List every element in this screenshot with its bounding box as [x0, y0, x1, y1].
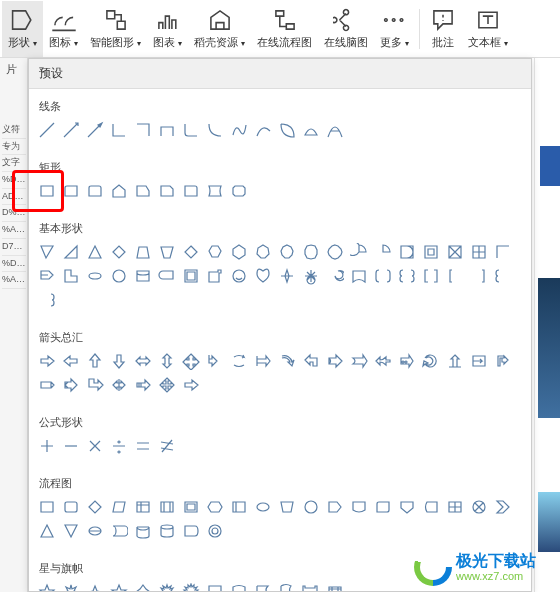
shape-basic-40[interactable] [37, 290, 57, 310]
shape-arrows-21[interactable] [61, 375, 81, 395]
shape-basic-22[interactable] [85, 266, 105, 286]
toolbar-textbox-button[interactable]: 文本框 ▾ [462, 1, 514, 57]
shape-arrows-24[interactable] [133, 375, 153, 395]
shape-basic-25[interactable] [157, 266, 177, 286]
shape-flow-7[interactable] [205, 497, 225, 517]
shape-arrows-2[interactable] [85, 351, 105, 371]
shape-arrows-15[interactable] [397, 351, 417, 371]
shape-arrows-13[interactable] [349, 351, 369, 371]
shape-lines-11[interactable] [301, 120, 321, 140]
shape-formula-4[interactable] [133, 436, 153, 456]
shape-basic-17[interactable] [445, 242, 465, 262]
shape-lines-0[interactable] [37, 120, 57, 140]
shape-basic-21[interactable] [61, 266, 81, 286]
shape-arrows-17[interactable] [445, 351, 465, 371]
shape-arrows-16[interactable] [421, 351, 441, 371]
shape-rect-1[interactable] [61, 181, 81, 201]
shape-stars-5[interactable] [157, 582, 177, 592]
shape-flow-15[interactable] [397, 497, 417, 517]
shape-stars-7[interactable] [205, 582, 225, 592]
shape-basic-19[interactable] [493, 242, 513, 262]
shape-arrows-5[interactable] [157, 351, 177, 371]
shape-flow-24[interactable] [133, 521, 153, 541]
shape-lines-1[interactable] [61, 120, 81, 140]
shape-arrows-20[interactable] [37, 375, 57, 395]
shape-flow-3[interactable] [109, 497, 129, 517]
shape-arrows-3[interactable] [109, 351, 129, 371]
shape-lines-2[interactable] [85, 120, 105, 140]
shape-flow-0[interactable] [37, 497, 57, 517]
shape-rect-5[interactable] [157, 181, 177, 201]
shape-arrows-1[interactable] [61, 351, 81, 371]
shape-formula-2[interactable] [85, 436, 105, 456]
shape-flow-14[interactable] [373, 497, 393, 517]
shape-lines-7[interactable] [205, 120, 225, 140]
shape-basic-29[interactable] [253, 266, 273, 286]
shape-arrows-14[interactable] [373, 351, 393, 371]
toolbar-smart-button[interactable]: 智能图形 ▾ [84, 1, 147, 57]
shape-arrows-6[interactable] [181, 351, 201, 371]
toolbar-annotate-button[interactable]: 批注 [424, 1, 462, 57]
shape-basic-38[interactable] [469, 266, 489, 286]
shape-arrows-4[interactable] [133, 351, 153, 371]
shape-basic-12[interactable] [325, 242, 345, 262]
shape-flow-27[interactable] [205, 521, 225, 541]
shape-lines-5[interactable] [157, 120, 177, 140]
shape-basic-4[interactable] [133, 242, 153, 262]
toolbar-shape-button[interactable]: 形状 ▾ [2, 1, 43, 57]
shape-stars-8[interactable] [229, 582, 249, 592]
shape-basic-6[interactable] [181, 242, 201, 262]
shape-basic-39[interactable] [493, 266, 513, 286]
shape-formula-0[interactable] [37, 436, 57, 456]
shape-lines-9[interactable] [253, 120, 273, 140]
shape-stars-12[interactable] [325, 582, 345, 592]
shape-flow-23[interactable] [109, 521, 129, 541]
toolbar-flowchart-button[interactable]: 在线流程图 [251, 1, 318, 57]
shape-basic-13[interactable] [349, 242, 369, 262]
shape-rect-0[interactable] [37, 181, 57, 201]
shape-stars-1[interactable] [61, 582, 81, 592]
shape-arrows-26[interactable] [181, 375, 201, 395]
shape-arrows-19[interactable] [493, 351, 513, 371]
shape-arrows-22[interactable] [85, 375, 105, 395]
shape-arrows-8[interactable] [229, 351, 249, 371]
shape-basic-16[interactable] [421, 242, 441, 262]
shape-stars-9[interactable] [253, 582, 273, 592]
shape-flow-19[interactable] [493, 497, 513, 517]
shape-rect-2[interactable] [85, 181, 105, 201]
shape-basic-9[interactable] [253, 242, 273, 262]
shape-rect-8[interactable] [229, 181, 249, 201]
shape-flow-18[interactable] [469, 497, 489, 517]
shape-flow-20[interactable] [37, 521, 57, 541]
shape-formula-1[interactable] [61, 436, 81, 456]
shape-basic-33[interactable] [349, 266, 369, 286]
sidebar-tab[interactable]: 片 [0, 58, 27, 81]
shape-basic-10[interactable] [277, 242, 297, 262]
shape-basic-28[interactable] [229, 266, 249, 286]
shape-basic-2[interactable] [85, 242, 105, 262]
toolbar-resource-button[interactable]: 稻壳资源 ▾ [188, 1, 251, 57]
toolbar-chart-button[interactable]: 图表 ▾ [147, 1, 188, 57]
shape-lines-12[interactable] [325, 120, 345, 140]
shape-basic-32[interactable] [325, 266, 345, 286]
shape-stars-0[interactable] [37, 582, 57, 592]
shape-arrows-9[interactable] [253, 351, 273, 371]
shape-rect-4[interactable] [133, 181, 153, 201]
shape-flow-21[interactable] [61, 521, 81, 541]
shape-formula-3[interactable] [109, 436, 129, 456]
shape-basic-24[interactable] [133, 266, 153, 286]
toolbar-more-button[interactable]: 更多 ▾ [374, 1, 415, 57]
shape-lines-3[interactable] [109, 120, 129, 140]
shape-flow-12[interactable] [325, 497, 345, 517]
shape-basic-34[interactable] [373, 266, 393, 286]
shape-flow-25[interactable] [157, 521, 177, 541]
shape-arrows-0[interactable] [37, 351, 57, 371]
shape-lines-10[interactable] [277, 120, 297, 140]
shape-basic-23[interactable] [109, 266, 129, 286]
shape-rect-6[interactable] [181, 181, 201, 201]
shape-formula-5[interactable] [157, 436, 177, 456]
shape-basic-0[interactable] [37, 242, 57, 262]
shape-flow-13[interactable] [349, 497, 369, 517]
shape-basic-26[interactable] [181, 266, 201, 286]
shape-flow-1[interactable] [61, 497, 81, 517]
